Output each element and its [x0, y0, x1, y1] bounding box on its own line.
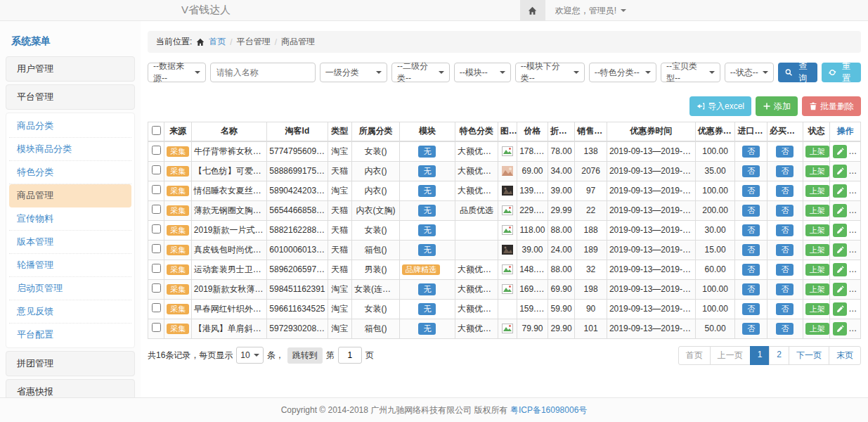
edit-button[interactable] — [833, 263, 847, 276]
source-badge: 采集 — [167, 205, 189, 216]
magnifier-icon — [785, 68, 793, 77]
sidebar-item-1[interactable]: 平台管理 — [6, 84, 135, 110]
sidebar-item-0[interactable]: 用户管理 — [6, 56, 135, 82]
per-page-select[interactable]: 10 — [236, 347, 263, 364]
status-badge: 上架 — [805, 323, 829, 335]
sidebar-menu: 用户管理平台管理商品分类模块商品分类特色分类商品管理宣传物料版本管理轮播管理启动… — [6, 56, 135, 397]
icon-cell — [498, 299, 517, 319]
row-checkbox[interactable] — [152, 283, 161, 293]
sidebar-subitem[interactable]: 启动页管理 — [9, 277, 131, 300]
pager-button-1[interactable]: 1 — [750, 346, 770, 365]
sidebar-subitem[interactable]: 商品分类 — [9, 115, 131, 138]
sidebar-subitem[interactable]: 商品管理 — [9, 184, 131, 207]
sidebar-subitem[interactable]: 版本管理 — [9, 231, 131, 254]
sales-cell: 189 — [575, 240, 607, 260]
pencil-icon — [836, 226, 844, 234]
row-checkbox[interactable] — [152, 146, 161, 155]
filter-select-5[interactable]: --特色分类-- — [589, 63, 656, 82]
sidebar-subitem[interactable]: 模块商品分类 — [9, 138, 131, 161]
type-cell: 淘宝 — [328, 279, 351, 299]
import-excel-button[interactable]: 导入excel — [689, 96, 751, 116]
row-checkbox[interactable] — [152, 224, 161, 234]
status-cell: 上架 — [803, 161, 830, 181]
category-cell: 内衣(文胸) — [351, 200, 399, 220]
name-cell: 【港风】单肩斜跨链条... — [191, 319, 266, 338]
sidebar-item-2[interactable]: 拼团管理 — [6, 351, 135, 376]
select-all-checkbox[interactable] — [152, 126, 161, 135]
discount-price-cell: 34.00 — [548, 161, 575, 181]
pager-button-下一页[interactable]: 下一页 — [789, 346, 829, 365]
filter-select-4[interactable]: --模块下分类-- — [515, 63, 585, 82]
row-checkbox[interactable] — [152, 264, 161, 273]
filter-select-0[interactable]: --数据来源-- — [148, 63, 206, 82]
edit-button[interactable] — [833, 283, 847, 296]
operations-cell — [830, 220, 861, 240]
filter-select-7[interactable]: --状态-- — [725, 63, 774, 82]
filter-select-6[interactable]: --宝贝类型-- — [661, 63, 720, 82]
row-checkbox[interactable] — [152, 185, 161, 194]
must-buy-cell: 否 — [767, 181, 803, 200]
filter-select-2[interactable]: --二级分类-- — [391, 63, 450, 82]
pager-button-2[interactable]: 2 — [769, 346, 789, 365]
edit-button[interactable] — [833, 204, 847, 217]
page-number-input[interactable] — [338, 347, 362, 364]
operations-cell — [830, 200, 861, 220]
category-cell: 箱包() — [351, 240, 399, 260]
user-menu[interactable]: 欢迎您，管理员! — [545, 0, 636, 21]
pager-button-上一页[interactable]: 上一页 — [710, 346, 751, 365]
search-button[interactable]: 查询 — [778, 63, 817, 82]
edit-button[interactable] — [833, 165, 847, 178]
jump-to-button[interactable]: 跳转到 — [287, 347, 323, 364]
row-checkbox[interactable] — [152, 303, 161, 312]
add-button[interactable]: 添加 — [756, 96, 798, 116]
icp-link[interactable]: 粤ICP备16098006号 — [510, 404, 587, 416]
column-header-优惠券时间: 优惠券时间 — [607, 122, 695, 141]
price-cell: 178.00 — [517, 141, 548, 162]
name-search-input[interactable] — [210, 63, 316, 82]
must-buy-cell: 否 — [767, 299, 803, 319]
column-header-状态: 状态 — [803, 122, 830, 141]
pencil-icon — [836, 167, 844, 175]
home-button[interactable] — [520, 0, 545, 21]
coupon-amount-cell: 15.00 — [695, 240, 735, 260]
edit-button[interactable] — [833, 184, 847, 198]
sidebar-subitem[interactable]: 平台配置 — [9, 324, 131, 346]
category-cell: 女装(连衣裙) — [351, 279, 399, 299]
filter-select-label: --宝贝类型-- — [666, 60, 706, 84]
sidebar-subitem[interactable]: 宣传物料 — [9, 207, 131, 231]
row-checkbox[interactable] — [152, 244, 161, 253]
pager-button-首页[interactable]: 首页 — [678, 346, 711, 365]
edit-button[interactable] — [833, 224, 847, 237]
sidebar-subitem[interactable]: 意见反馈 — [9, 300, 131, 324]
source-cell: 采集 — [164, 240, 192, 260]
edit-button[interactable] — [833, 322, 847, 335]
feature-cell: 大额优惠券 — [455, 161, 498, 181]
edit-button[interactable] — [833, 145, 847, 158]
row-checkbox[interactable] — [152, 165, 161, 174]
pager-button-末页[interactable]: 末页 — [829, 346, 861, 365]
type-cell: 淘宝 — [328, 319, 351, 338]
edit-button[interactable] — [833, 243, 847, 257]
batch-delete-button[interactable]: 批量删除 — [802, 96, 861, 116]
action-toolbar: 导入excel 添加 批量删除 — [148, 96, 861, 116]
filter-select-3[interactable]: --模块-- — [454, 63, 511, 82]
row-select-cell — [148, 319, 164, 338]
module-cell: 无 — [399, 319, 455, 338]
breadcrumb-home-link[interactable]: 首页 — [209, 36, 226, 48]
pencil-icon — [836, 325, 844, 333]
column-header-来源: 来源 — [164, 122, 192, 141]
reset-button[interactable]: 重置 — [822, 63, 861, 82]
row-select-cell — [148, 279, 164, 299]
sidebar-item-3[interactable]: 省惠快报 — [6, 379, 135, 397]
import-select-cell: 否 — [735, 279, 767, 299]
pencil-icon — [836, 286, 844, 293]
sidebar-subitem[interactable]: 特色分类 — [9, 161, 131, 184]
filter-select-1[interactable]: 一级分类 — [320, 63, 387, 82]
table-row: 采集薄款无钢圈文胸聚拢性...565446685867天猫内衣(文胸)无品质优选… — [148, 200, 861, 220]
edit-button[interactable] — [833, 302, 847, 316]
row-checkbox[interactable] — [152, 323, 161, 332]
module-badge: 品牌精选 — [402, 264, 440, 275]
sidebar-subitem[interactable]: 轮播管理 — [9, 254, 131, 277]
home-icon — [528, 6, 537, 15]
row-checkbox[interactable] — [152, 205, 161, 214]
